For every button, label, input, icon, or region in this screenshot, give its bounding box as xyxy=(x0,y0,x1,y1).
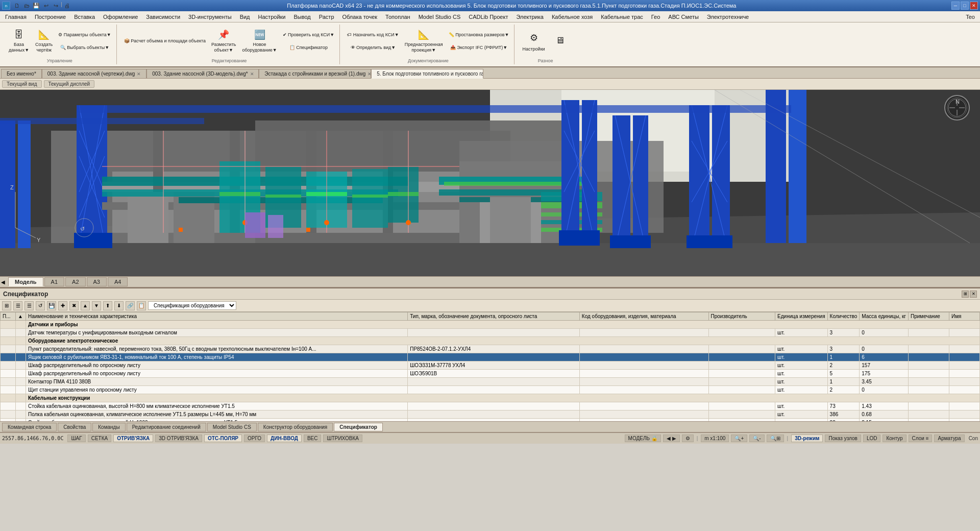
status-zoom-out[interactable]: 🔍- xyxy=(749,435,764,442)
status-3d-mode[interactable]: 3D-режим xyxy=(791,435,823,442)
spec-tool-5[interactable]: 💾 xyxy=(47,301,56,310)
menu-item-cabletras[interactable]: Кабельные трас xyxy=(597,13,647,21)
doc-tab-0[interactable]: Без именно* xyxy=(1,69,42,78)
menu-item-vyvod[interactable]: Вывод xyxy=(289,13,314,21)
minimize-button[interactable]: ─ xyxy=(951,2,960,10)
table-row[interactable]: Щит станции управления по опросному лист… xyxy=(1,386,980,394)
menu-item-glavnaya[interactable]: Главная xyxy=(1,13,31,21)
menu-item-postroenie[interactable]: Построение xyxy=(31,13,70,21)
status-show-nodes[interactable]: Показ узлов xyxy=(825,435,861,442)
ribbon-btn-dimensions[interactable]: 📏 Простановка размеров▼ xyxy=(447,29,511,41)
qa-print[interactable]: 🖨 xyxy=(63,1,72,10)
table-row[interactable]: Пункт распределительный: навесной, перем… xyxy=(1,345,980,353)
spec-tool-9[interactable]: ▼ xyxy=(92,301,101,310)
table-row[interactable]: Шкаф распределительный по опросному лист… xyxy=(1,370,980,378)
status-sloi[interactable]: Слои ≡ xyxy=(909,435,933,442)
status-setka[interactable]: СЕТКА xyxy=(88,435,112,442)
current-display-btn[interactable]: Текущий дисплей xyxy=(44,80,95,88)
ribbon-btn-select[interactable]: 🔍 Выбрать объекты▼ xyxy=(56,42,113,54)
menu-item-electroteh[interactable]: Электротехниче xyxy=(703,13,753,21)
menu-item-modelstudio[interactable]: Model Studio CS xyxy=(414,13,465,21)
bottom-tab-modelstudio[interactable]: Model Studio CS xyxy=(207,423,257,431)
ribbon-btn-assign-ksi[interactable]: 🏷 Назначить код КСИ▼ xyxy=(345,29,401,41)
model-tab-a2[interactable]: A2 xyxy=(65,277,85,286)
table-row[interactable]: Контактор ПМА 4110 380В шт. 1 3.45 xyxy=(1,378,980,386)
qa-open[interactable]: 🗁 xyxy=(22,1,31,10)
menu-item-topoplan[interactable]: Топоплан xyxy=(381,13,414,21)
ribbon-btn-monitor[interactable]: 🖥 xyxy=(549,28,571,55)
spec-tool-13[interactable]: 📋 xyxy=(137,301,146,310)
ribbon-btn-place-object[interactable]: 📌 Разместитьобъект▼ xyxy=(209,28,238,55)
status-model[interactable]: МОДЕЛЬ 🔒 xyxy=(625,435,661,442)
status-armatura[interactable]: Арматура xyxy=(934,435,964,442)
spec-tool-6[interactable]: ✚ xyxy=(58,301,67,310)
table-row[interactable]: Датчик температуры с унифицированным вых… xyxy=(1,329,980,337)
menu-item-abc[interactable]: АВС Сметы xyxy=(664,13,703,21)
status-scale[interactable]: m x1:100 xyxy=(701,435,729,442)
ribbon-btn-calc-volume[interactable]: 📦 Расчет объема и площади объекта xyxy=(122,35,208,47)
ribbon-btn-create-drawing[interactable]: 📐 Создатьчертёж xyxy=(33,28,55,55)
status-nav[interactable]: ◀ ▶ xyxy=(663,435,680,442)
menu-item-zavisimosti[interactable]: Зависимости xyxy=(142,13,184,21)
table-row[interactable]: Кабельные конструкции xyxy=(1,394,980,402)
status-shtrihovka[interactable]: ШТРИХОВКА xyxy=(323,435,362,442)
table-row[interactable]: Датчики и приборы xyxy=(1,321,980,329)
qa-redo[interactable]: ↪ xyxy=(51,1,60,10)
table-row[interactable]: Стойка кабельная оцинкованная, высотой Н… xyxy=(1,419,980,422)
menu-item-geo[interactable]: Гео xyxy=(647,13,664,21)
status-din-vvod[interactable]: ДИН-ВВОД xyxy=(267,435,302,442)
ribbon-btn-new-equip[interactable]: 🆕 Новоеоборудование▼ xyxy=(239,28,279,55)
ribbon-btn-settings[interactable]: ⚙ Настройки xyxy=(520,28,547,55)
menu-item-3d[interactable]: 3D-инструменты xyxy=(184,13,236,21)
spec-table-container[interactable]: П... ▲ Наименование и техническая характ… xyxy=(0,312,980,421)
doc-tab-close-3[interactable]: ✕ xyxy=(368,71,371,77)
ribbon-btn-define-view[interactable]: 👁 Определить вид▼ xyxy=(345,42,401,54)
status-zoom-in[interactable]: 🔍+ xyxy=(731,435,747,442)
model-tab-a1[interactable]: A1 xyxy=(44,277,64,286)
bottom-tab-cmd[interactable]: Командная строка xyxy=(2,423,57,431)
doc-tab-2[interactable]: 003. Здание насосной (3D-модель).dwg* ✕ xyxy=(146,69,259,78)
col-sort[interactable]: ▲ xyxy=(16,312,26,321)
doc-tab-3[interactable]: Эстакада с стройниками и врезкой (1).dwg… xyxy=(259,69,371,78)
current-view-btn[interactable]: Текущий вид xyxy=(2,80,42,88)
doc-tab-4[interactable]: 5. Блок подготовки топливного и пусковог… xyxy=(371,69,483,79)
table-row[interactable]: Ящик силовой с рубильником ЯВЗ-31-1, ном… xyxy=(1,353,980,361)
doc-tab-close-1[interactable]: ✕ xyxy=(137,71,141,77)
menu-item-oformlenie[interactable]: Оформление xyxy=(99,13,142,21)
icon-prev[interactable]: ◀ xyxy=(1,279,5,285)
model-tab-a4[interactable]: A4 xyxy=(108,277,128,286)
status-zoom-fit[interactable]: 🔍⊞ xyxy=(767,435,784,442)
spec-tool-7[interactable]: ✖ xyxy=(69,301,79,310)
maximize-button[interactable]: □ xyxy=(961,2,969,10)
qa-undo[interactable]: ↩ xyxy=(41,1,51,10)
spec-tool-4[interactable]: ↺ xyxy=(36,301,45,310)
spec-tool-2[interactable]: ☰ xyxy=(13,301,22,310)
menu-item-vstavka[interactable]: Вставка xyxy=(70,13,99,21)
doc-tab-1[interactable]: 003. Здание насосной (чертежи).dwg ✕ xyxy=(42,69,146,78)
status-lod[interactable]: LOD xyxy=(863,435,881,442)
spec-close-btn[interactable]: ✕ xyxy=(970,291,977,298)
bottom-tab-props[interactable]: Свойства xyxy=(58,423,91,431)
bottom-tab-spec[interactable]: Спецификатор xyxy=(334,423,383,431)
doc-tab-close-2[interactable]: ✕ xyxy=(250,71,254,77)
spec-tool-1[interactable]: ⊞ xyxy=(2,301,11,310)
bottom-tab-constructoroborud[interactable]: Конструктор оборудования xyxy=(258,423,333,431)
model-tab-a3[interactable]: A3 xyxy=(87,277,107,286)
model-tab-model[interactable]: Модель xyxy=(8,277,43,286)
viewport-3d-canvas[interactable]: Z Y ↺ xyxy=(0,90,980,276)
status-ves[interactable]: ВЕС xyxy=(304,435,322,442)
spec-tool-11[interactable]: ⬇ xyxy=(114,301,124,310)
spec-float-btn[interactable]: ⊞ xyxy=(962,291,969,298)
menu-item-rastr[interactable]: Растр xyxy=(315,13,338,21)
table-row[interactable]: Оборудование электротехническое xyxy=(1,337,980,345)
status-settings[interactable]: ⚙ xyxy=(682,435,694,442)
status-3dotrivyazka[interactable]: 3D ОТРИВ'ЯЗКА xyxy=(155,435,202,442)
menu-item-nastroyki[interactable]: Настройки xyxy=(254,13,290,21)
ribbon-btn-base-data[interactable]: 🗄 Базаданных▼ xyxy=(6,28,32,55)
status-orgo[interactable]: ОРГО xyxy=(244,435,265,442)
menu-item-vid[interactable]: Вид xyxy=(236,13,254,21)
menu-item-elektrika[interactable]: Электрика xyxy=(512,13,548,21)
ribbon-btn-params[interactable]: ⚙ Параметры объекта▼ xyxy=(56,29,113,41)
ribbon-btn-spec[interactable]: 📋 Спецификатор xyxy=(281,42,337,54)
qa-new[interactable]: 🗋 xyxy=(12,1,21,10)
